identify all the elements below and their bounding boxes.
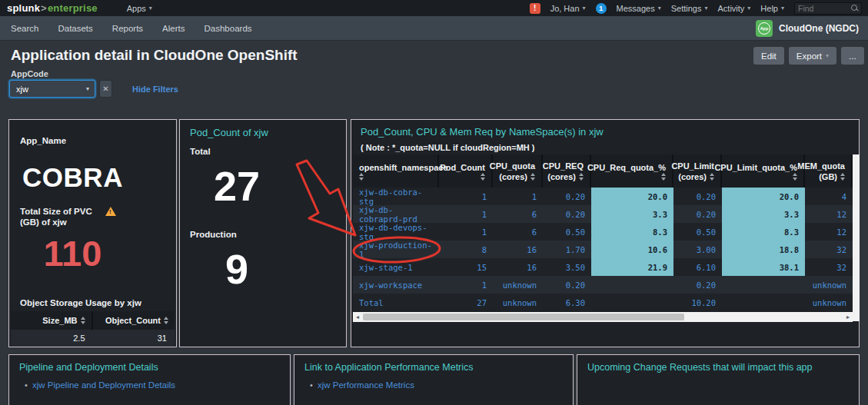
column-header[interactable]: CPU_Req_quota_% <box>591 154 673 188</box>
scroll-right-icon[interactable]: ▸ <box>843 312 853 322</box>
pvc-size-value: 110 <box>13 232 132 274</box>
sort-icon[interactable] <box>793 173 797 181</box>
table-cell: 6.10 <box>673 258 722 276</box>
sort-up-arrow <box>359 173 364 176</box>
change-requests-title: Upcoming Change Requests that will impac… <box>587 362 813 373</box>
apps-menu[interactable]: Apps ▾ <box>127 4 152 13</box>
current-app-name: CloudOne (NGDC) <box>779 23 859 34</box>
sort-icon[interactable] <box>579 173 584 181</box>
table-cell: 0.20 <box>543 205 591 223</box>
table-row[interactable]: 2.531 <box>11 330 175 347</box>
sort-icon[interactable] <box>840 173 845 181</box>
table-row[interactable]: xjw-production-18161.7010.63.0018.832 <box>353 241 853 258</box>
column-header-unit: (cores) <box>499 171 535 182</box>
warning-icon <box>105 207 116 216</box>
namespace-cell[interactable]: xjw-db-cobra-stg <box>353 188 439 205</box>
table-row[interactable]: xjw-db-cobraprd-prd160.203.30.203.312 <box>353 205 853 223</box>
panel-app-info: App_Name COBRA Total Size of PVC (GB) of… <box>8 119 177 347</box>
app-nav-item-reports[interactable]: Reports <box>112 24 143 33</box>
table-row[interactable]: Total27unknown6.3010.20unknown <box>353 294 853 311</box>
splunk-logo[interactable]: splunk>enterprise <box>7 2 98 14</box>
sort-icon[interactable] <box>530 173 535 181</box>
table-cell: 32 <box>805 241 853 258</box>
sort-icon[interactable] <box>81 317 85 324</box>
horizontal-scrollbar[interactable]: ◂ ▸ <box>353 312 853 322</box>
namespace-cell[interactable]: xjw-stage-1 <box>353 258 439 276</box>
messages-menu[interactable]: Messages ▾ <box>617 4 661 13</box>
table-row[interactable]: xjw-workspace1unknown0.200.20unknown <box>353 276 853 294</box>
export-button[interactable]: Export▾ <box>789 47 836 65</box>
find-search-box[interactable] <box>794 2 862 15</box>
apm-link[interactable]: xjw Performance Metrics <box>318 380 414 390</box>
hide-filters-link[interactable]: Hide Filters <box>132 85 178 94</box>
settings-menu[interactable]: Settings ▾ <box>671 4 708 13</box>
scrollbar-thumb[interactable] <box>363 314 684 320</box>
page-title: Application detail in CloudOne OpenShift <box>11 47 298 64</box>
column-header-label: openshift_namespace <box>359 162 448 173</box>
column-header[interactable]: CPU_Limit_quota_% <box>722 154 805 188</box>
panel-pod-count: Pod_Count of xjw Total 27 Production 9 <box>179 119 347 347</box>
app-icon-label: App <box>758 22 770 35</box>
table-cell: 1 <box>439 205 493 223</box>
table-cell: unknown <box>493 294 543 311</box>
table-row[interactable]: xjw-db-devops-stg160.508.30.508.312 <box>353 223 853 241</box>
column-header[interactable]: Size_MB <box>11 311 93 330</box>
table-cell: 3.50 <box>543 258 591 276</box>
column-unit-label: (GB) <box>819 171 837 182</box>
namespace-cell[interactable]: xjw-db-cobraprd-prd <box>353 205 439 223</box>
column-header[interactable]: CPU_quota(cores) <box>493 154 543 188</box>
table-cell: 6 <box>493 205 543 223</box>
table-cell: 16 <box>493 241 543 258</box>
column-header[interactable]: openshift_namespace <box>353 154 439 188</box>
alert-badge[interactable]: ! <box>530 3 540 14</box>
namespace-cell[interactable]: xjw-production-1 <box>353 241 439 258</box>
app-nav-item-datasets[interactable]: Datasets <box>58 24 92 33</box>
namespace-cell[interactable]: xjw-workspace <box>353 276 439 294</box>
export-button-label: Export <box>796 51 822 61</box>
column-header[interactable]: Object_Count <box>93 311 175 330</box>
scroll-left-icon[interactable]: ◂ <box>353 312 362 322</box>
app-nav-item-alerts[interactable]: Alerts <box>162 24 185 33</box>
sort-icon[interactable] <box>359 173 364 181</box>
table-row[interactable]: xjw-stage-115163.5021.96.1038.132 <box>353 258 853 276</box>
user-menu[interactable]: Jo, Han ▾ <box>550 4 586 13</box>
sort-down-arrow <box>661 178 666 181</box>
panel-pipeline: Pipeline and Deployment Details • xjw Pi… <box>8 354 291 405</box>
app-name-label: App_Name <box>20 136 66 145</box>
table-cell <box>591 276 673 294</box>
chevron-down-icon: ▾ <box>149 5 152 12</box>
app-name-value: COBRA <box>13 162 132 193</box>
table-row[interactable]: xjw-db-cobra-stg110.2020.00.2020.04 <box>353 188 853 205</box>
help-menu[interactable]: Help ▾ <box>760 4 784 13</box>
edit-button[interactable]: Edit <box>753 47 784 65</box>
pod-total-label: Total <box>190 147 211 156</box>
sort-icon[interactable] <box>710 173 714 181</box>
chevron-down-icon: ▾ <box>747 5 750 12</box>
column-unit-label: (cores) <box>547 171 576 182</box>
chevron-down-icon: ▾ <box>781 5 784 12</box>
column-header[interactable]: CPU_REQ(cores) <box>543 154 591 188</box>
sort-icon[interactable] <box>481 173 485 181</box>
panel-change-requests: Upcoming Change Requests that will impac… <box>577 354 860 405</box>
column-header-unit: (cores) <box>678 171 714 182</box>
current-app[interactable]: App CloudOne (NGDC) <box>756 20 868 37</box>
settings-menu-label: Settings <box>671 4 702 13</box>
sort-icon[interactable] <box>661 173 666 181</box>
find-input[interactable] <box>798 4 850 13</box>
app-nav-item-dashboards[interactable]: Dashboards <box>205 24 252 33</box>
appcode-dropdown[interactable]: xjw ▾ <box>9 80 95 98</box>
pipeline-link[interactable]: xjw Pipeline and Deployment Details <box>32 380 175 390</box>
table-cell: 0.50 <box>673 223 722 241</box>
clear-filter-button[interactable]: ✕ <box>99 80 112 98</box>
table-cell: 20.0 <box>591 188 673 205</box>
sort-icon[interactable] <box>164 317 168 324</box>
vertical-scrollbar[interactable] <box>853 154 860 321</box>
more-options-button[interactable]: ... <box>841 47 864 65</box>
app-nav-item-search[interactable]: Search <box>11 24 38 33</box>
column-header[interactable]: MEM_quota(GB) <box>805 154 853 188</box>
sort-up-arrow <box>710 173 714 176</box>
namespace-cell[interactable]: xjw-db-devops-stg <box>353 223 439 241</box>
column-header-unit: (GB) <box>819 171 845 182</box>
column-header[interactable]: Pod_Count <box>439 154 493 188</box>
activity-menu[interactable]: Activity ▾ <box>718 4 751 13</box>
